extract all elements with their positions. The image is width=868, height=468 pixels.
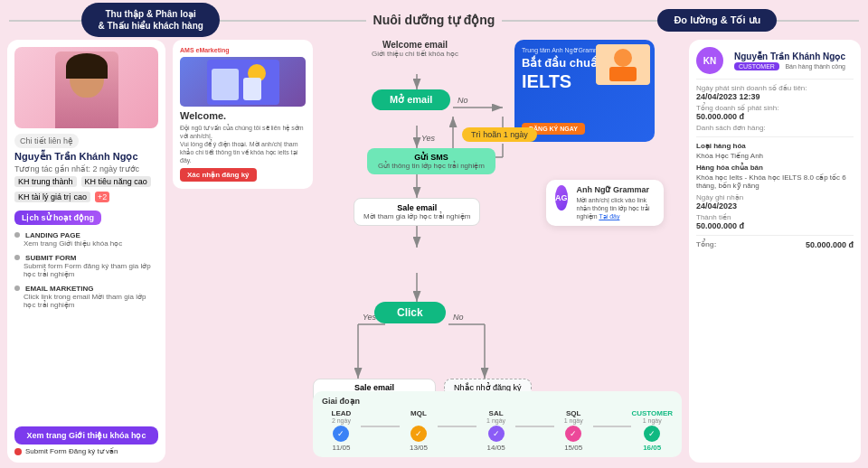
svg-point-5 xyxy=(614,49,632,67)
view-intro-button[interactable]: Xem trang Giới thiệu khóa học xyxy=(14,426,158,445)
stage-customer: CUSTOMER 1 ngày ✓ 16/05 xyxy=(631,409,673,452)
click-box: Click xyxy=(374,302,446,323)
sms-sender: Anh Ngữ Grammar xyxy=(577,185,656,194)
rp-badge: CUSTOMER xyxy=(734,62,779,70)
email-header: AMS eMarketing xyxy=(180,47,306,53)
date-record-row: Ngày ghi nhận 24/04/2023 xyxy=(696,193,854,211)
mo-email-label: Mở email xyxy=(372,89,450,110)
sql-days: 1 ngày xyxy=(564,417,583,424)
tri-hoan-box: Trì hoãn 1 ngày xyxy=(462,127,537,142)
email-image xyxy=(180,57,306,107)
submit-form-row: Submit Form Đăng ký tư vấn xyxy=(14,447,158,455)
activity-label-2: SUBMIT FORM xyxy=(25,254,76,262)
svg-rect-6 xyxy=(609,67,637,81)
header-left-pill: Thu thập & Phân loại & Thấu hiểu khách h… xyxy=(81,3,219,37)
rp-divider-2 xyxy=(696,136,854,137)
svg-rect-3 xyxy=(212,69,239,100)
sal-circle: ✓ xyxy=(488,426,505,442)
lead-date: 11/05 xyxy=(332,444,350,452)
ielts-image xyxy=(596,44,650,85)
svg-rect-2 xyxy=(243,78,261,100)
mql-name: MQL xyxy=(410,409,427,417)
email-cta-button[interactable]: Xác nhận đăng ký xyxy=(180,168,257,182)
header-right-pill: Đo lường & Tối ưu xyxy=(657,9,777,32)
rp-badges: CUSTOMER Bán hàng thành công xyxy=(734,61,845,70)
activity-desc-2: Submit form Form đăng ký tham gia lớp họ… xyxy=(14,262,158,278)
sms-text: Mời anh/chị click vào link nhận thông ti… xyxy=(577,196,656,220)
left-panel: Chi tiết liên hệ Nguyễn Trần Khánh Ngọc … xyxy=(7,40,165,463)
product-main-value: Khóa học Ielts - Khóa học IELTS 8.0 cấp … xyxy=(696,173,854,190)
mql-days xyxy=(418,417,420,424)
header-center-title: Nuôi dưỡng tự động xyxy=(366,13,503,27)
product-main-title: Hàng hóa chủa bán xyxy=(696,164,854,172)
activity-item-2: SUBMIT FORM Submit form Form đăng ký tha… xyxy=(14,251,158,278)
email-preview-card: AMS eMarketing Welcome. Đội ngũ tư vấn c… xyxy=(173,40,313,189)
email-body: Đội ngũ tư vấn của chúng tôi sẽ liên hệ … xyxy=(180,124,306,164)
mql-date: 13/05 xyxy=(410,444,428,452)
revenue-row: Tổng doanh số phát sinh: 50.000.000 đ xyxy=(696,104,854,121)
activity-dot-1 xyxy=(14,232,20,238)
stage-mql: MQL ✓ 13/05 xyxy=(400,409,439,452)
rp-name-area: Nguyễn Trần Khánh Ngọc CUSTOMER Bán hàng… xyxy=(734,51,845,70)
date-row: Ngày phát sinh doanh số đầu tiên: 24/04/… xyxy=(696,84,854,101)
gui-sms-sub: Gửi thông tin lớp học trải nghiệm xyxy=(378,162,485,170)
sms-link[interactable]: Tại đây xyxy=(599,213,619,220)
header-center: Nuôi dưỡng tự động xyxy=(292,13,575,27)
right-panel: KN Nguyễn Trần Khánh Ngọc CUSTOMER Bán h… xyxy=(689,40,861,463)
click-label: Click xyxy=(374,302,446,323)
submit-form-label: Submit Form Đăng ký tư vấn xyxy=(25,447,118,455)
avatar-head xyxy=(70,57,104,98)
sql-circle: ✓ xyxy=(565,426,581,442)
activity-label-3: EMAIL MARKETING xyxy=(25,285,93,293)
page-header: Thu thập & Phân loại & Thấu hiểu khách h… xyxy=(0,0,868,40)
sal-date: 14/05 xyxy=(487,444,505,452)
rp-avatar: KN xyxy=(696,47,723,74)
date-record-label: Ngày ghi nhận xyxy=(696,193,854,201)
red-dot-icon xyxy=(14,448,22,455)
sale1-sub: Mời tham gia lớp học trải nghiệm xyxy=(363,212,470,220)
avatar-image xyxy=(55,51,118,128)
activity-item-1: LANDING PAGE Xem trang Giới thiệu khóa h… xyxy=(14,229,158,248)
tag-gia-tri: KH tài lý giá trị cao xyxy=(14,192,90,202)
rp-divider-3 xyxy=(696,235,854,236)
center-panel: AMS eMarketing Welcome. Đội ngũ tư vấn c… xyxy=(173,40,682,463)
sum-label: Tổng: xyxy=(696,240,716,249)
last-contact: Tương tác gần nhất: 2 ngày trước xyxy=(14,164,158,173)
svg-text:Yes: Yes xyxy=(421,134,436,143)
lead-days: 2 ngày xyxy=(332,417,351,424)
tag-trung-thanh: KH trung thành xyxy=(14,176,77,187)
gui-sms-title: Gửi SMS xyxy=(378,153,485,162)
giai-doan-panel: Giai đoạn LEAD 2 ngày ✓ 11/05 MQL ✓ 13/0… xyxy=(313,391,682,457)
welcome-title: Welcome email xyxy=(372,40,458,50)
rp-divider-1 xyxy=(696,79,854,80)
sql-date: 15/05 xyxy=(564,444,582,452)
email-welcome: Welcome. xyxy=(180,110,306,121)
activity-dot-3 xyxy=(14,285,20,291)
orders-label: Danh sách đơn hàng: xyxy=(696,124,854,132)
activity-label-1: LANDING PAGE xyxy=(25,231,80,239)
customer-date: 16/05 xyxy=(643,444,661,452)
rp-subbadge: Bán hàng thành công xyxy=(785,63,845,70)
sms-popup: AG Anh Ngữ Grammar Mời anh/chị click vào… xyxy=(546,180,664,226)
date-label: Ngày phát sinh doanh số đầu tiên: xyxy=(696,84,854,92)
sale-email1-label: Sale email Mời tham gia lớp học trải ngh… xyxy=(354,198,480,226)
sal-name: SAL xyxy=(489,409,504,417)
stage-sql: SQL 1 ngày ✓ 15/05 xyxy=(554,409,593,452)
tri-hoan-label: Trì hoãn 1 ngày xyxy=(462,127,537,142)
sum-row: Tổng: 50.000.000 đ xyxy=(696,240,854,249)
svg-text:No: No xyxy=(453,313,464,322)
activity-button[interactable]: Lịch sử hoạt động xyxy=(14,211,101,225)
lead-circle: ✓ xyxy=(333,426,349,442)
product-type-value: Khóa Học Tiếng Anh xyxy=(696,152,854,160)
main-area: Chi tiết liên hệ Nguyễn Trần Khánh Ngọc … xyxy=(0,40,868,468)
activity-desc-1: Xem trang Giới thiệu khóa học xyxy=(14,239,158,248)
date-record-value: 24/04/2023 xyxy=(696,201,854,211)
tag-tiem-nang: KH tiêu năng cao xyxy=(81,176,151,187)
date-value: 24/04/2023 12:39 xyxy=(696,92,854,101)
sal-days: 1 ngày xyxy=(486,417,505,424)
bottom-buttons: Xem trang Giới thiệu khóa học Submit For… xyxy=(14,426,158,455)
activity-dot-2 xyxy=(14,255,20,260)
mql-circle: ✓ xyxy=(410,426,427,442)
total-row: Thành tiền 50.000.000 đ xyxy=(696,213,854,230)
header-right: Đo lường & Tối ưu xyxy=(576,9,859,32)
